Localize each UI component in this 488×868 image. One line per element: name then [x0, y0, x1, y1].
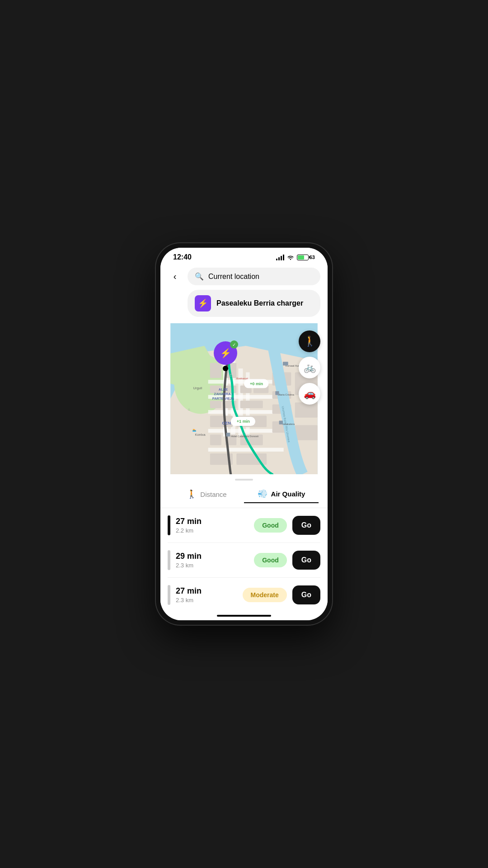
svg-text:🏊: 🏊 [192, 428, 197, 432]
walk-mode-button[interactable]: 🚶 [299, 330, 320, 352]
phone-frame: 12:40 63 [156, 243, 332, 625]
bottom-panel: 🚶 Distance 💨 Air Quality 27 min 2.2 km G… [160, 474, 328, 620]
svg-text:Urgull: Urgull [193, 386, 202, 390]
bike-icon: 🚲 [304, 362, 316, 373]
air-quality-badge-2: Good [254, 553, 287, 567]
charger-icon-container: ⚡ [195, 295, 211, 311]
app-header: ‹ 🔍 Current location ⚡ Pasealeku Berria … [160, 264, 328, 323]
route-dist-1: 2.2 km [176, 527, 249, 534]
svg-rect-22 [210, 434, 221, 445]
walk-icon: 🚶 [304, 335, 316, 347]
charger-icon: ⚡ [198, 298, 208, 308]
search-icon: 🔍 [195, 272, 204, 281]
route-dist-3: 2.3 km [176, 597, 237, 604]
route-dist-2: 2.3 km [176, 562, 249, 569]
air-quality-badge-1: Good [254, 518, 287, 533]
status-icons: 63 [276, 254, 315, 260]
svg-text:+1 min: +1 min [237, 419, 250, 424]
route-indicator-3 [168, 585, 170, 605]
route-indicator-1 [168, 515, 170, 535]
routes-list: 27 min 2.2 km Good Go 29 min 2.3 km Good… [160, 508, 328, 612]
svg-rect-33 [295, 425, 318, 440]
air-quality-badge-3: Moderate [243, 588, 287, 602]
battery-icon [297, 255, 309, 260]
tab-distance[interactable]: 🚶 Distance [169, 485, 244, 503]
route-item: 29 min 2.3 km Good Go [168, 543, 320, 578]
svg-text:Kontxa: Kontxa [195, 433, 206, 437]
panel-tabs: 🚶 Distance 💨 Air Quality [160, 483, 328, 508]
svg-text:ALDE: ALDE [219, 387, 228, 392]
svg-rect-32 [295, 402, 318, 417]
svg-rect-40 [275, 391, 279, 395]
destination-text: Pasealeku Berria charger [216, 299, 303, 307]
map-controls: 🚶 🚲 🚗 [299, 330, 320, 405]
bike-mode-button[interactable]: 🚲 [299, 357, 320, 378]
svg-rect-10 [208, 448, 284, 452]
pin-charger-icon: ⚡ [220, 348, 231, 359]
battery-fill [298, 255, 304, 259]
route-indicator-2 [168, 550, 170, 570]
wifi-icon [287, 255, 294, 260]
distance-tab-icon: 🚶 [187, 489, 197, 499]
battery-container: 63 [297, 255, 315, 260]
svg-text:Kaskazuri: Kaskazuri [236, 377, 248, 380]
car-icon: 🚗 [304, 388, 316, 400]
svg-rect-38 [283, 362, 288, 365]
pin-circle: ⚡ ✓ [214, 341, 237, 365]
svg-rect-17 [210, 401, 221, 408]
back-arrow-icon: ‹ [174, 271, 177, 282]
svg-rect-19 [240, 401, 263, 408]
search-row: ‹ 🔍 Current location [168, 268, 320, 285]
panel-handle [160, 474, 328, 483]
go-button-2[interactable]: Go [292, 551, 320, 570]
svg-text:Tabakalera: Tabakalera [282, 423, 295, 425]
search-bar[interactable]: 🔍 Current location [188, 268, 320, 285]
status-time: 12:40 [173, 253, 192, 261]
route-time-3: 27 min [176, 586, 237, 596]
route-time-2: 29 min [176, 552, 249, 561]
svg-text:Maria Cristina: Maria Cristina [278, 393, 295, 396]
car-mode-button[interactable]: 🚗 [299, 383, 320, 405]
search-input[interactable]: Current location [208, 273, 259, 281]
air-quality-tab-icon: 💨 [258, 489, 267, 499]
route-item: 27 min 2.2 km Good Go [168, 508, 320, 543]
svg-text:△: △ [188, 408, 190, 410]
destination-row[interactable]: ⚡ Pasealeku Berria charger [188, 290, 320, 317]
home-indicator [160, 612, 328, 620]
route-info-2: 29 min 2.3 km [176, 552, 249, 569]
go-button-3[interactable]: Go [292, 585, 320, 604]
tab-air-quality[interactable]: 💨 Air Quality [244, 485, 319, 503]
home-bar [217, 615, 271, 617]
phone-screen: 12:40 63 [160, 248, 328, 620]
route-info-1: 27 min 2.2 km [176, 517, 249, 534]
svg-text:PARTE VIEJA: PARTE VIEJA [212, 396, 235, 401]
pin-dot [223, 366, 228, 371]
route-time-1: 27 min [176, 517, 249, 526]
route-item: 27 min 2.3 km Moderate Go [168, 578, 320, 612]
svg-text:🍴: 🍴 [229, 373, 234, 377]
svg-text:+0 min: +0 min [250, 382, 263, 386]
svg-text:ZAHARRA /: ZAHARRA / [214, 392, 233, 396]
signal-bars-icon [276, 254, 284, 260]
svg-rect-42 [279, 420, 283, 424]
svg-text:Hotel Catalonia Donosti: Hotel Catalonia Donosti [231, 435, 258, 438]
battery-percent: 63 [310, 255, 315, 260]
tab-air-quality-label: Air Quality [271, 490, 305, 498]
tab-distance-label: Distance [200, 491, 226, 498]
pin-check-icon: ✓ [230, 340, 238, 349]
charger-pin[interactable]: ⚡ ✓ [214, 341, 237, 371]
map-area[interactable]: Urumea ibaia / Río Urumea 🍴 Kaskazuri Ku… [160, 323, 328, 474]
go-button-1[interactable]: Go [292, 516, 320, 535]
svg-rect-44 [226, 433, 230, 436]
handle-bar [235, 479, 253, 481]
route-info-3: 27 min 2.3 km [176, 586, 237, 604]
status-bar: 12:40 63 [160, 248, 328, 264]
back-button[interactable]: ‹ [168, 269, 182, 284]
